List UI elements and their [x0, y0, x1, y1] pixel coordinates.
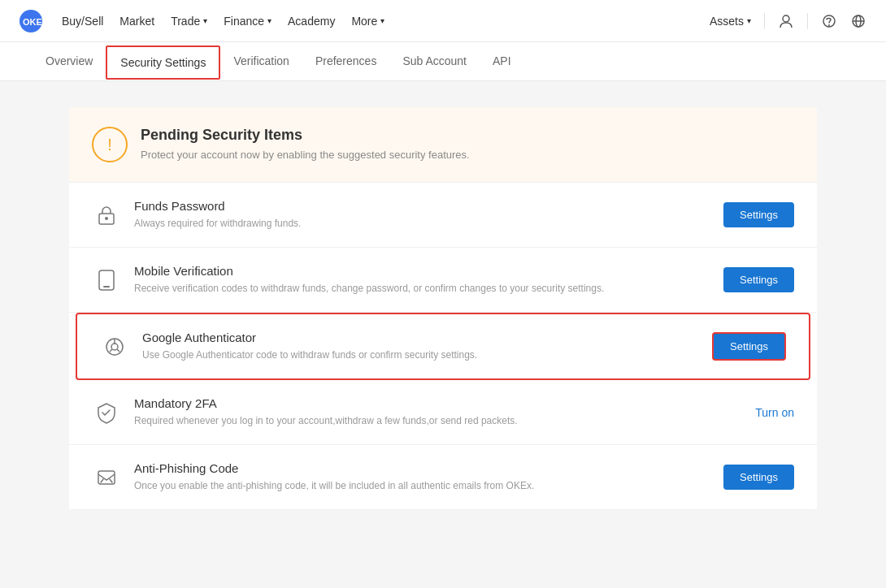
anti-phishing-settings-button[interactable]: Settings	[723, 465, 794, 490]
funds-password-desc: Always required for withdrawing funds.	[134, 216, 710, 231]
svg-line-15	[117, 349, 119, 352]
mandatory-2fa-info: Mandatory 2FA Required whenever you log …	[134, 396, 742, 428]
funds-password-item: Funds Password Always required for withd…	[69, 183, 817, 248]
trade-chevron-icon: ▾	[203, 16, 207, 25]
tab-preferences[interactable]: Preferences	[302, 42, 389, 81]
mandatory-2fa-icon	[92, 398, 121, 427]
nav-finance[interactable]: Finance ▾	[224, 15, 271, 28]
pending-title: Pending Security Items	[141, 127, 470, 144]
mandatory-2fa-item: Mandatory 2FA Required whenever you log …	[69, 380, 817, 445]
profile-icon	[778, 13, 794, 29]
pending-info: Pending Security Items Protect your acco…	[141, 127, 470, 161]
funds-password-settings-button[interactable]: Settings	[723, 202, 794, 227]
tab-overview[interactable]: Overview	[33, 42, 106, 81]
okex-logo-icon: OKEx	[20, 10, 42, 32]
tabs-bar: Overview Security Settings Verification …	[0, 42, 886, 81]
google-authenticator-title: Google Authenticator	[142, 331, 699, 344]
language-button[interactable]	[850, 13, 866, 29]
google-authenticator-item: Google Authenticator Use Google Authenti…	[76, 313, 810, 380]
profile-button[interactable]	[778, 13, 794, 29]
tab-verification[interactable]: Verification	[220, 42, 302, 81]
nav-links: Buy/Sell Market Trade ▾ Finance ▾ Academ…	[62, 15, 690, 28]
assets-chevron-icon: ▾	[747, 16, 751, 25]
mandatory-2fa-turnon-link[interactable]: Turn on	[755, 406, 794, 419]
google-authenticator-info: Google Authenticator Use Google Authenti…	[142, 331, 699, 362]
tab-sub-account[interactable]: Sub Account	[389, 42, 480, 81]
mandatory-2fa-title: Mandatory 2FA	[134, 396, 742, 410]
mobile-verification-icon	[92, 266, 121, 295]
nav-academy[interactable]: Academy	[288, 15, 335, 28]
brand-logo[interactable]: OKEx	[20, 10, 42, 32]
svg-text:OKEx: OKEx	[23, 17, 42, 27]
nav-divider-2	[807, 13, 808, 29]
pending-description: Protect your account now by enabling the…	[141, 149, 470, 161]
pending-warning-icon: !	[92, 127, 128, 162]
svg-point-2	[783, 15, 789, 22]
tab-api[interactable]: API	[480, 42, 524, 81]
anti-phishing-title: Anti-Phishing Code	[134, 461, 710, 475]
svg-point-4	[828, 24, 830, 26]
svg-line-18	[101, 479, 103, 482]
svg-point-9	[105, 217, 108, 220]
mobile-verification-desc: Receive verification codes to withdraw f…	[134, 281, 710, 296]
nav-divider-1	[764, 13, 765, 29]
google-authenticator-icon	[100, 332, 129, 361]
mandatory-2fa-desc: Required whenever you log in to your acc…	[134, 413, 742, 428]
support-icon	[821, 13, 837, 29]
more-chevron-icon: ▾	[380, 16, 384, 25]
language-icon	[850, 13, 866, 29]
mobile-verification-settings-button[interactable]: Settings	[723, 267, 794, 292]
finance-chevron-icon: ▾	[267, 16, 271, 25]
nav-buysell[interactable]: Buy/Sell	[62, 15, 103, 28]
nav-market[interactable]: Market	[119, 15, 154, 28]
svg-line-19	[110, 479, 112, 482]
mobile-verification-item: Mobile Verification Receive verification…	[69, 248, 817, 313]
nav-right: Assets ▾	[710, 13, 866, 29]
anti-phishing-item: Anti-Phishing Code Once you enable the a…	[69, 445, 817, 510]
funds-password-icon	[92, 201, 121, 230]
tab-security-settings[interactable]: Security Settings	[106, 45, 220, 80]
navbar: OKEx Buy/Sell Market Trade ▾ Finance ▾ A…	[0, 0, 886, 42]
funds-password-info: Funds Password Always required for withd…	[134, 199, 710, 231]
mobile-verification-title: Mobile Verification	[134, 264, 710, 278]
nav-more[interactable]: More ▾	[351, 15, 384, 28]
pending-section: ! Pending Security Items Protect your ac…	[69, 107, 817, 183]
google-authenticator-settings-button[interactable]: Settings	[712, 332, 786, 361]
anti-phishing-info: Anti-Phishing Code Once you enable the a…	[134, 461, 710, 493]
support-button[interactable]	[821, 13, 837, 29]
anti-phishing-desc: Once you enable the anti-phishing code, …	[134, 478, 710, 493]
nav-trade[interactable]: Trade ▾	[171, 15, 207, 28]
anti-phishing-icon	[92, 463, 121, 492]
svg-point-13	[111, 344, 118, 350]
funds-password-title: Funds Password	[134, 199, 710, 213]
google-authenticator-desc: Use Google Authenticator code to withdra…	[142, 348, 699, 362]
mobile-verification-info: Mobile Verification Receive verification…	[134, 264, 710, 296]
svg-line-16	[110, 349, 112, 352]
main-content: ! Pending Security Items Protect your ac…	[53, 107, 833, 510]
assets-button[interactable]: Assets ▾	[710, 15, 751, 28]
security-card: ! Pending Security Items Protect your ac…	[69, 107, 817, 510]
